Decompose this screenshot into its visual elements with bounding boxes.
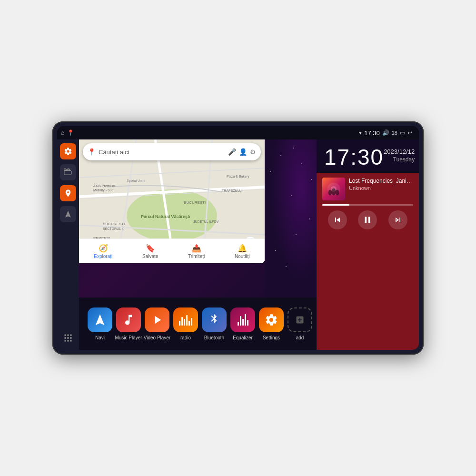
main-area: Parcul Natural Văcărești BUCUREȘTI JUDEȚ… [57, 139, 419, 350]
gmap-layers-icon[interactable]: ⚙ [250, 148, 256, 156]
home-icon[interactable]: ⌂ [61, 129, 64, 136]
map-icon[interactable]: 📍 [67, 129, 74, 136]
gmap-updates-btn[interactable]: 🔔 Noutăți [235, 244, 250, 259]
music-text: Lost Frequencies_Janie... Unknown [349, 178, 413, 191]
sidebar-nav-icon[interactable] [60, 206, 76, 222]
battery-number: 18 [392, 130, 397, 136]
gmap-updates-icon: 🔔 [238, 244, 247, 253]
app-dock: Navi Music Player [79, 298, 317, 350]
gmap-share-btn[interactable]: 📤 Trimiteți [188, 244, 205, 259]
svg-text:SECTORUL 4: SECTORUL 4 [103, 227, 124, 230]
gmap-saved-label: Salvate [142, 254, 158, 259]
back-icon[interactable]: ↩ [407, 129, 412, 136]
app-radio[interactable]: radio [171, 307, 200, 340]
sidebar-grid-icon[interactable] [60, 330, 76, 346]
music-artist: Unknown [349, 185, 413, 191]
app-music-player[interactable]: Music Player [114, 307, 143, 340]
gmap-bottom-nav: 🧭 Explorați 🔖 Salvate 📤 Trimiteți [79, 238, 265, 263]
battery-icon: ▭ [400, 129, 405, 136]
gmap-updates-label: Noutăți [235, 254, 250, 259]
music-progress-fill [322, 204, 349, 206]
equalizer-label: Equalizer [233, 335, 253, 340]
svg-text:BUCUREȘTI: BUCUREȘTI [184, 200, 206, 205]
map-overlay[interactable]: Parcul Natural Văcărești BUCUREȘTI JUDEȚ… [79, 139, 265, 263]
volume-icon: 🔊 [382, 129, 389, 136]
gmap-explore-icon: 🧭 [99, 244, 108, 253]
svg-text:JUDEȚUL ILFOV: JUDEȚUL ILFOV [193, 220, 219, 224]
radio-icon-graphic [173, 307, 198, 332]
navi-icon-graphic [88, 307, 112, 332]
status-time: 17:30 [364, 129, 380, 137]
gmap-saved-icon: 🔖 [146, 244, 155, 253]
svg-point-27 [332, 188, 336, 196]
navi-label: Navi [95, 335, 105, 340]
clock-day-value: Tuesday [384, 156, 415, 163]
gmap-logo: 📍 [88, 148, 96, 156]
gmap-account-icon[interactable]: 👤 [239, 148, 247, 156]
clock-time: 17:30 [324, 146, 384, 168]
map-container[interactable]: Parcul Natural Văcărești BUCUREȘTI JUDEȚ… [79, 139, 317, 298]
center-content: Parcul Natural Văcărești BUCUREȘTI JUDEȚ… [79, 139, 317, 350]
album-art [322, 178, 345, 200]
bluetooth-label: Bluetooth [204, 335, 224, 340]
space-background [265, 139, 317, 298]
svg-text:Parcul Natural Văcărești: Parcul Natural Văcărești [141, 214, 190, 219]
app-bluetooth[interactable]: Bluetooth [200, 307, 228, 340]
app-equalizer[interactable]: Equalizer [228, 307, 257, 340]
gmap[interactable]: Parcul Natural Văcărești BUCUREȘTI JUDEȚ… [79, 139, 265, 263]
svg-text:Splaiul Unirii: Splaiul Unirii [127, 179, 145, 183]
settings-icon-graphic [259, 307, 284, 332]
music-title: Lost Frequencies_Janie... [349, 178, 413, 184]
status-right-icons: ▾ 17:30 🔊 18 ▭ ↩ [359, 129, 412, 137]
pause-button[interactable] [358, 210, 377, 229]
right-panel: 17:30 2023/12/12 Tuesday [317, 139, 419, 350]
music-info-row: Lost Frequencies_Janie... Unknown [322, 178, 413, 200]
svg-text:TRAPEZULUI: TRAPEZULUI [222, 189, 243, 192]
gmap-search-bar[interactable]: 📍 Căutați aici 🎤 👤 ⚙ [83, 143, 261, 160]
add-icon-graphic [288, 307, 312, 332]
sidebar-settings-icon[interactable] [60, 143, 76, 159]
status-bar: ⌂ 📍 ▾ 17:30 🔊 18 ▭ ↩ [57, 126, 419, 139]
svg-text:Pizza & Bakery: Pizza & Bakery [227, 175, 249, 178]
music-player-icon-graphic [116, 307, 141, 332]
prev-button[interactable] [328, 210, 347, 229]
app-navi[interactable]: Navi [86, 307, 114, 340]
status-left-icons: ⌂ 📍 [61, 129, 74, 136]
gmap-explore-label: Explorați [94, 254, 112, 259]
bluetooth-icon-graphic [202, 307, 227, 332]
music-controls [322, 210, 413, 229]
settings-label: Settings [263, 335, 280, 340]
svg-text:Mobility - Sud: Mobility - Sud [93, 188, 114, 192]
clock-row: 17:30 2023/12/12 Tuesday [324, 146, 411, 168]
clock-date: 2023/12/12 Tuesday [384, 146, 415, 163]
add-label: add [296, 335, 304, 340]
gmap-search-input[interactable]: Căutați aici [99, 149, 225, 156]
gmap-share-label: Trimiteți [188, 254, 205, 259]
equalizer-icon-graphic [230, 307, 255, 332]
sidebar-archive-icon[interactable] [60, 164, 76, 180]
svg-text:BUCUREȘTI: BUCUREȘTI [103, 222, 125, 226]
radio-label: radio [180, 335, 191, 340]
svg-text:AXIS Premium: AXIS Premium [93, 184, 115, 188]
gmap-share-icon: 📤 [192, 244, 201, 253]
music-player-label: Music Player [115, 335, 142, 340]
device-body: ⌂ 📍 ▾ 17:30 🔊 18 ▭ ↩ [52, 121, 424, 355]
clock-widget: 17:30 2023/12/12 Tuesday [317, 139, 419, 173]
app-video-player[interactable]: Video Player [143, 307, 171, 340]
gmap-saved-btn[interactable]: 🔖 Salvate [142, 244, 158, 259]
video-player-label: Video Player [144, 335, 171, 340]
app-settings[interactable]: Settings [257, 307, 286, 340]
device-screen: ⌂ 📍 ▾ 17:30 🔊 18 ▭ ↩ [57, 126, 419, 350]
gmap-explore-btn[interactable]: 🧭 Explorați [94, 244, 112, 259]
music-widget: Lost Frequencies_Janie... Unknown [317, 173, 419, 350]
svg-point-26 [328, 190, 332, 196]
video-player-icon-graphic [145, 307, 169, 332]
sidebar-location-icon[interactable] [60, 185, 76, 201]
wifi-icon: ▾ [359, 129, 362, 136]
clock-date-value: 2023/12/12 [384, 148, 415, 155]
sidebar [57, 139, 79, 350]
gmap-mic-icon[interactable]: 🎤 [228, 148, 236, 156]
next-button[interactable] [388, 210, 407, 229]
app-add[interactable]: add [286, 307, 314, 340]
music-progress-bar[interactable] [322, 204, 413, 206]
